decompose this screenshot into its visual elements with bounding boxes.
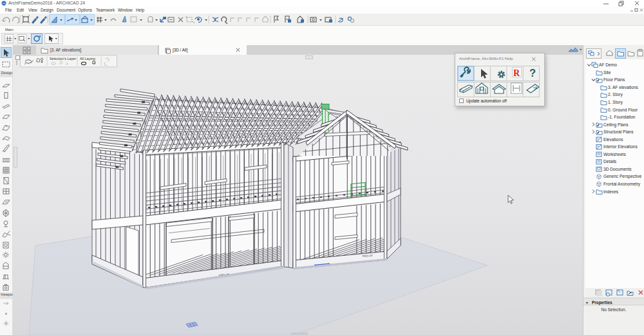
svg-text:Structural Plans: Structural Plans xyxy=(603,129,634,134)
svg-text:Worksheets: Worksheets xyxy=(603,152,626,157)
svg-text:0. Ground Floor: 0. Ground Floor xyxy=(608,108,638,112)
svg-text:Ceiling Plans: Ceiling Plans xyxy=(603,122,629,128)
svg-text:Selection's Layer:: Selection's Layer: xyxy=(50,57,77,61)
svg-text:All Layers:: All Layers: xyxy=(80,57,96,61)
svg-text:3D Documents: 3D Documents xyxy=(603,167,632,171)
svg-text:3. AF elevations: 3. AF elevations xyxy=(608,85,639,90)
svg-text:Elevations: Elevations xyxy=(603,137,623,142)
svg-text:Interior Elevations: Interior Elevations xyxy=(603,144,638,149)
svg-text:Floor Plans: Floor Plans xyxy=(603,77,625,82)
svg-text:2. Story: 2. Story xyxy=(608,92,623,97)
svg-text:Indexes: Indexes xyxy=(603,189,619,194)
svg-text:Generic Perspective: Generic Perspective xyxy=(603,174,642,179)
svg-text:Site: Site xyxy=(603,70,611,75)
svg-text:1. Story: 1. Story xyxy=(608,100,623,105)
svg-text:?: ? xyxy=(529,67,536,79)
svg-text:Frontal Axonometry: Frontal Axonometry xyxy=(603,182,641,187)
svg-text:-1. Foundation: -1. Foundation xyxy=(608,115,636,119)
svg-text:AF Demo: AF Demo xyxy=(599,62,617,67)
svg-text:Details: Details xyxy=(603,159,617,164)
svg-text:R: R xyxy=(513,68,520,78)
